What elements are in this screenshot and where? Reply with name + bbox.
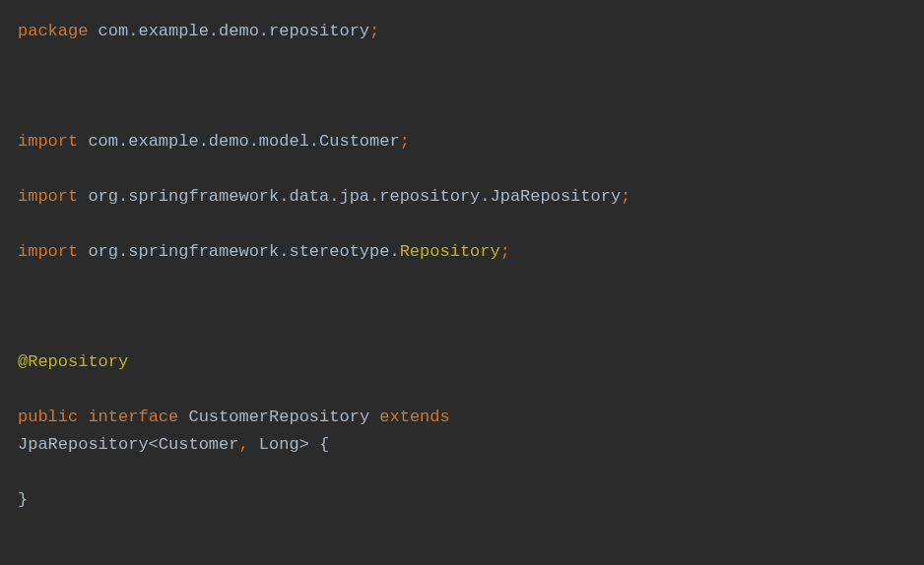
interface-name: CustomerRepository [188,408,369,426]
import-keyword: import [18,242,78,261]
code-line-declaration: public interface CustomerRepository exte… [18,404,906,431]
import-keyword: import [18,187,78,206]
space [369,408,379,426]
code-line-empty [18,156,906,183]
repository-class: Repository [400,242,500,261]
code-line-generic: JpaRepository<Customer, Long> { [18,431,906,459]
code-line-empty [18,211,906,238]
semicolon: ; [400,132,410,151]
package-name: com.example.demo.repository [88,22,369,40]
semicolon: ; [500,242,510,261]
import-name: org.springframework.data.jpa.repository.… [78,187,621,206]
comma: , [238,435,248,454]
code-line-empty [18,73,906,100]
close-brace: } [18,490,28,509]
space [78,408,88,426]
base-class: JpaRepository<Customer [18,435,238,454]
code-line-brace: } [18,486,906,514]
extends-keyword: extends [379,408,449,426]
code-editor: package com.example.demo.repository; imp… [18,18,906,514]
space [178,408,188,426]
code-line-empty [18,376,906,404]
annotation: @Repository [18,352,128,371]
package-keyword: package [18,22,88,40]
code-line-package: package com.example.demo.repository; [18,18,906,45]
code-line-empty [18,321,906,348]
code-line-import: import org.springframework.data.jpa.repo… [18,183,906,211]
code-line-import: import org.springframework.stereotype.Re… [18,238,906,266]
code-line-empty [18,266,906,293]
code-line-import: import com.example.demo.model.Customer; [18,128,906,156]
code-line-empty [18,100,906,128]
code-line-empty [18,459,906,486]
import-name: com.example.demo.model.Customer [78,132,399,151]
import-keyword: import [18,132,78,151]
semicolon: ; [369,22,379,40]
interface-keyword: interface [88,408,178,426]
long-type: Long> { [249,435,330,454]
public-keyword: public [18,408,78,426]
code-line-empty [18,45,906,73]
semicolon: ; [621,187,630,206]
code-line-annotation: @Repository [18,348,906,376]
import-name: org.springframework.stereotype. [78,242,399,261]
code-line-empty [18,293,906,321]
